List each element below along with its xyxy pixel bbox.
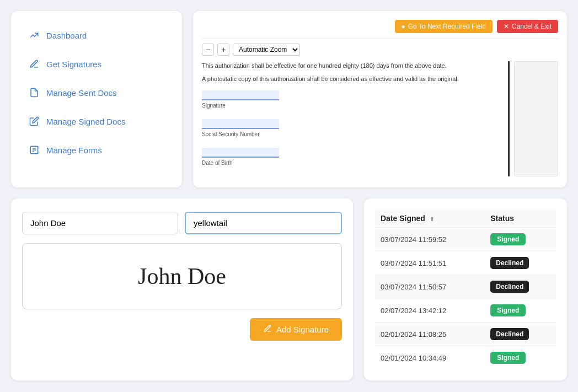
sidebar-item-manage-forms[interactable]: Manage Forms xyxy=(20,137,173,163)
date-cell: 03/07/2024 11:51:51 xyxy=(375,251,485,275)
status-badge: Signed xyxy=(490,352,526,364)
zoom-out-button[interactable]: − xyxy=(202,44,214,56)
table-row: 03/07/2024 11:59:52Signed xyxy=(375,228,556,251)
sidebar-item-manage-sent-docs[interactable]: Manage Sent Docs xyxy=(20,79,173,106)
sidebar-item-manage-signed-docs-label: Manage Signed Docs xyxy=(46,117,125,126)
sidebar-item-dashboard-label: Dashboard xyxy=(46,31,87,40)
status-badge: Declined xyxy=(490,281,529,293)
chart-line-icon xyxy=(29,30,40,41)
pen-add-icon xyxy=(263,324,272,335)
date-cell: 02/07/2024 13:42:12 xyxy=(375,299,485,323)
zoom-select[interactable]: Automatic Zoom xyxy=(233,44,300,56)
dob-field-label: Date of Birth xyxy=(202,159,504,168)
status-table-card: Date Signed ⬆ Status 03/07/2024 11:59:52… xyxy=(364,198,567,380)
doc-field-ssn: Social Security Number xyxy=(202,119,504,139)
sidebar-item-manage-sent-docs-label: Manage Sent Docs xyxy=(46,88,117,98)
status-cell: Declined xyxy=(485,275,556,299)
table-row: 03/07/2024 11:51:51Declined xyxy=(375,251,556,275)
doc-toolbar: ● Go To Next Required Field ✕ Cancel & E… xyxy=(202,20,558,33)
sidebar-item-dashboard[interactable]: Dashboard xyxy=(20,22,173,49)
doc-line1: This authorization shall be effective fo… xyxy=(202,61,504,71)
zoom-in-button[interactable]: + xyxy=(217,44,229,56)
table-row: 02/07/2024 13:42:12Signed xyxy=(375,299,556,323)
status-cell: Signed xyxy=(485,346,556,370)
doc-sidebar-preview xyxy=(514,61,558,176)
doc-page-divider xyxy=(508,61,510,176)
date-cell: 03/07/2024 11:59:52 xyxy=(375,228,485,251)
status-badge: Declined xyxy=(490,328,529,340)
status-cell: Signed xyxy=(485,299,556,323)
table-row: 02/01/2024 10:34:49Signed xyxy=(375,346,556,370)
file-edit-icon xyxy=(29,116,40,127)
status-badge: Signed xyxy=(490,233,526,245)
sidebar-item-get-signatures-label: Get Signatures xyxy=(46,60,101,69)
signature-font-input[interactable] xyxy=(185,212,342,234)
date-cell: 02/01/2024 10:34:49 xyxy=(375,346,485,370)
doc-line2: A photostatic copy of this authorization… xyxy=(202,74,504,84)
status-cell: Declined xyxy=(485,323,556,346)
sidebar-item-get-signatures[interactable]: Get Signatures xyxy=(20,51,173,77)
sidebar-item-manage-forms-label: Manage Forms xyxy=(46,146,102,155)
table-row: 03/07/2024 11:50:57Declined xyxy=(375,275,556,299)
doc-field-group: Signature Social Security Number Date of… xyxy=(202,90,504,168)
status-col-header: Status xyxy=(485,210,556,228)
close-icon: ✕ xyxy=(504,23,509,30)
ssn-field-label: Social Security Number xyxy=(202,130,504,139)
doc-content: This authorization shall be effective fo… xyxy=(202,61,558,176)
signature-preview-text: John Doe xyxy=(138,263,226,289)
circle-icon: ● xyxy=(402,23,405,30)
doc-field-signature: Signature xyxy=(202,90,504,110)
ssn-field-line[interactable] xyxy=(202,119,279,129)
signature-name-input[interactable] xyxy=(22,212,178,234)
status-badge: Declined xyxy=(490,257,529,269)
date-cell: 03/07/2024 11:50:57 xyxy=(375,275,485,299)
signature-card: John Doe Add Signature xyxy=(11,198,353,380)
date-cell: 02/01/2024 11:08:25 xyxy=(375,323,485,346)
next-required-field-button[interactable]: ● Go To Next Required Field xyxy=(395,20,493,33)
form-icon xyxy=(29,144,40,155)
sidebar-item-manage-signed-docs[interactable]: Manage Signed Docs xyxy=(20,108,173,135)
status-table: Date Signed ⬆ Status 03/07/2024 11:59:52… xyxy=(375,210,556,369)
table-row: 02/01/2024 11:08:25Declined xyxy=(375,323,556,346)
sidebar-card: Dashboard Get Signatures Manage Sent Doc… xyxy=(11,11,182,187)
status-cell: Declined xyxy=(485,251,556,275)
cancel-exit-button[interactable]: ✕ Cancel & Exit xyxy=(497,20,558,33)
signature-preview-box: John Doe xyxy=(22,243,342,309)
date-signed-col-header[interactable]: Date Signed ⬆ xyxy=(375,210,485,228)
pen-icon xyxy=(29,58,40,69)
sig-action-row: Add Signature xyxy=(22,318,342,341)
file-icon xyxy=(29,87,40,98)
sig-inputs xyxy=(22,212,342,234)
dob-field-line[interactable] xyxy=(202,148,279,158)
doc-viewer-card: ● Go To Next Required Field ✕ Cancel & E… xyxy=(193,11,567,187)
add-signature-button[interactable]: Add Signature xyxy=(250,318,342,341)
status-cell: Signed xyxy=(485,228,556,251)
doc-zoom-bar: − + Automatic Zoom xyxy=(202,39,558,56)
signature-field-line[interactable] xyxy=(202,90,279,100)
signature-field-label: Signature xyxy=(202,101,504,110)
sort-icon: ⬆ xyxy=(430,216,434,222)
doc-main-text: This authorization shall be effective fo… xyxy=(202,61,504,176)
doc-field-dob: Date of Birth xyxy=(202,148,504,168)
status-badge: Signed xyxy=(490,304,526,316)
